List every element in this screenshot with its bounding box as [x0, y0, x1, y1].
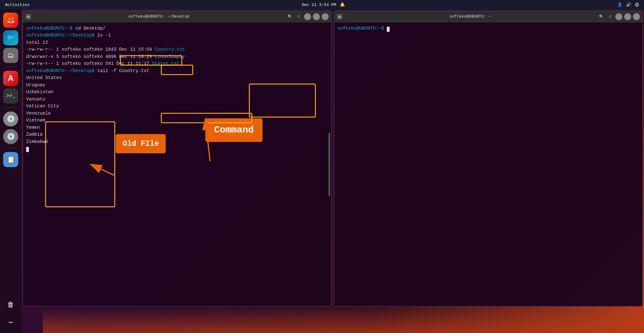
file3-info: 1 softeko softeko 541 Dec 11 11:17: [53, 61, 152, 66]
country-item: Vatican City: [26, 103, 328, 110]
terminal1-title: softeko@UBUNTU: ~/Desktop: [33, 14, 285, 19]
dock-separator3: [4, 148, 17, 148]
terminal2-search-btn[interactable]: 🔍: [598, 13, 605, 20]
terminals-area: ▣ softeko@UBUNTU: ~/Desktop 🔍 ☰ — ○ ✕ so…: [21, 9, 644, 308]
country-item: Vietnam: [26, 117, 328, 124]
terminal1-cmd3: tail -f Country.txt: [95, 68, 149, 73]
bottom-bar: [43, 308, 644, 333]
terminal1-buttons: 🔍 ☰ — ○ ✕: [286, 13, 329, 20]
dock-appstore[interactable]: A: [3, 71, 18, 86]
terminal2-close-btn[interactable]: ✕: [633, 13, 640, 20]
file1-name: Country.txt: [155, 47, 185, 52]
terminal1-cmd1: cd Desktop/: [73, 26, 105, 31]
terminal1-titlebar: ▣ softeko@UBUNTU: ~/Desktop 🔍 ☰ — ○ ✕: [23, 11, 331, 22]
terminal1-prompt2: softeko@UBUNTU:~/Desktop$: [26, 33, 95, 38]
volume-icon: 🔊: [626, 2, 631, 7]
terminal-window-1: ▣ softeko@UBUNTU: ~/Desktop 🔍 ☰ — ○ ✕ so…: [23, 11, 331, 307]
terminal2-maximize-btn[interactable]: ○: [624, 13, 631, 20]
file3-name: States.txt: [152, 61, 179, 66]
dock-cdrom1[interactable]: 💿: [3, 111, 18, 127]
country-item: Uruguay: [26, 82, 328, 88]
power-icon: ⏻: [635, 3, 639, 7]
dock-trash[interactable]: 🗑: [3, 297, 18, 312]
terminal1-tab-icon: ▣: [25, 14, 31, 20]
system-bar-center: Dec 11 3:54 PM 🔔: [302, 2, 345, 7]
terminal1-file2: drwxrwxr-x 5 softeko softeko 4096 Dec 11…: [26, 53, 328, 60]
dock-cdrom2[interactable]: 💿: [3, 129, 18, 144]
old-file-label: Old FIle: [116, 134, 166, 153]
terminal2-titlebar: ▣ softeko@UBUNTU: ~ 🔍 ☰ — ○ ✕: [334, 11, 642, 22]
terminal1-file1: -rw-rw-r-- 1 softeko softeko 1843 Dec 11…: [26, 46, 328, 53]
system-bar-right: 👤 🔊 ⏻: [617, 2, 639, 7]
country-item: Yemen: [26, 124, 328, 131]
terminal2-body: softeko@UBUNTU:~$: [334, 22, 642, 306]
terminal1-cursor-line: [26, 145, 328, 152]
terminal2-tab-icon: ▣: [337, 14, 342, 20]
country-item: Uzbekistan: [26, 88, 328, 95]
terminal2-menu-btn[interactable]: ☰: [607, 13, 613, 20]
terminal2-prompt1: softeko@UBUNTU:~$: [337, 26, 384, 31]
dock: 🦊 🐦 🗂 A >>_ 💿 💿 📋 🗑 ⋯: [0, 9, 21, 333]
svg-line-6: [91, 164, 114, 175]
terminal-window-2: ▣ softeko@UBUNTU: ~ 🔍 ☰ — ○ ✕ softeko@UB…: [334, 11, 643, 307]
dock-firefox[interactable]: 🦊: [3, 13, 18, 28]
terminal2-buttons: 🔍 ☰ — ○ ✕: [598, 13, 640, 20]
dock-grid[interactable]: ⋯: [3, 315, 18, 330]
country-item: Venezuela: [26, 110, 328, 117]
country-item: Vanuatu: [26, 96, 328, 103]
system-bar-left: Activities: [5, 3, 30, 7]
file1-info: 1 softeko softeko 1843 Dec 11 15:54: [53, 47, 155, 52]
terminal1-scrollbar[interactable]: [329, 133, 330, 196]
terminal1-file3: -rw-rw-r-- 1 softeko softeko 541 Dec 11 …: [26, 60, 328, 67]
datetime-label: Dec 11 3:54 PM: [302, 3, 336, 7]
dock-separator2: [4, 107, 17, 108]
desktop: ▣ softeko@UBUNTU: ~/Desktop 🔍 ☰ — ○ ✕ so…: [21, 9, 644, 333]
activities-label[interactable]: Activities: [5, 3, 30, 7]
terminal1-menu-btn[interactable]: ☰: [295, 13, 302, 20]
file1-perms: -rw-rw-r--: [26, 47, 53, 52]
terminal2-title: softeko@UBUNTU: ~: [344, 14, 596, 19]
terminal1-line2: softeko@UBUNTU:~/Desktop$ ls -l: [26, 32, 328, 39]
terminal2-line1: softeko@UBUNTU:~$: [337, 25, 639, 32]
country-item: Zambia: [26, 131, 328, 138]
dock-terminal[interactable]: >>_: [3, 88, 18, 104]
command-label: Command: [205, 118, 263, 142]
terminal1-close-btn[interactable]: ✕: [322, 13, 329, 20]
terminal2-minimize-btn[interactable]: —: [615, 13, 622, 20]
dock-notes[interactable]: 📋: [3, 152, 18, 167]
terminal2-cursor: [387, 27, 390, 32]
dock-files[interactable]: 🗂: [3, 48, 18, 63]
terminal1-cmd2: ls -l: [95, 33, 111, 38]
system-bar: Activities Dec 11 3:54 PM 🔔 👤 🔊 ⏻: [0, 0, 644, 9]
file2-name: LinuxSimply: [155, 54, 185, 59]
terminal1-prompt3: softeko@UBUNTU:~/Desktop$: [26, 68, 95, 73]
terminal1-prompt1: softeko@UBUNTU:~$: [26, 26, 73, 31]
bell-icon: 🔔: [340, 2, 345, 7]
file3-perms: -rw-rw-r--: [26, 61, 53, 66]
terminal1-line1: softeko@UBUNTU:~$ cd Desktop/: [26, 25, 328, 32]
terminal1-minimize-btn[interactable]: —: [304, 13, 311, 20]
terminal1-line-tail: softeko@UBUNTU:~/Desktop$ tail -f Countr…: [26, 67, 328, 74]
dock-thunderbird[interactable]: 🐦: [3, 30, 18, 45]
country-item: Zimbabwe: [26, 138, 328, 145]
user-icon: 👤: [617, 2, 622, 7]
dock-separator: [4, 67, 17, 67]
file2-info: 5 softeko softeko 4096 Dec 11 10:29: [53, 54, 155, 59]
country-item: United States: [26, 74, 328, 81]
country-list: United StatesUruguayUzbekistanVanuatuVat…: [26, 74, 328, 145]
terminal1-body: softeko@UBUNTU:~$ cd Desktop/ softeko@UB…: [23, 22, 331, 306]
terminal1-maximize-btn[interactable]: ○: [313, 13, 320, 20]
file2-perms: drwxrwxr-x: [26, 54, 53, 59]
terminal1-total: total 12: [26, 39, 328, 46]
terminal1-cursor: [26, 147, 29, 152]
terminal1-search-btn[interactable]: 🔍: [286, 13, 293, 20]
